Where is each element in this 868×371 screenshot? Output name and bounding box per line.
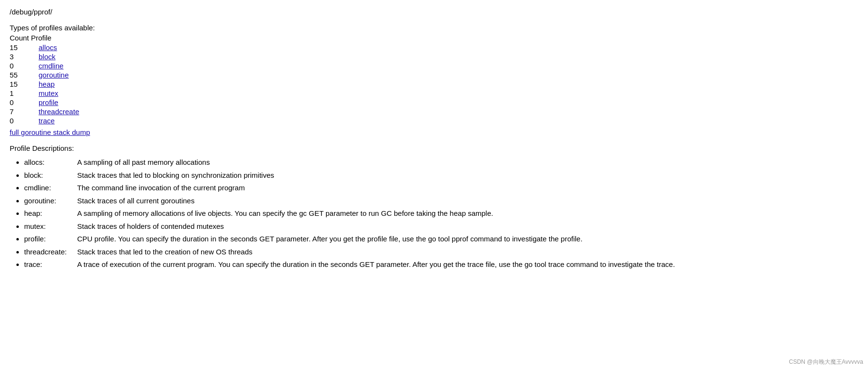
watermark: CSDN @向晚大魔王Avvvvva — [789, 358, 863, 366]
profile-link[interactable]: allocs — [39, 43, 57, 52]
table-header: Count Profile — [10, 34, 858, 42]
list-item: mutex: Stack traces of holders of conten… — [24, 221, 858, 232]
full-goroutine-link[interactable]: full goroutine stack dump — [10, 128, 858, 136]
profile-link[interactable]: threadcreate — [39, 107, 79, 116]
table-row: 1mutex — [10, 89, 79, 98]
table-row: 3block — [10, 52, 79, 61]
profile-link[interactable]: cmdline — [39, 62, 64, 70]
desc-key: allocs: — [24, 157, 77, 168]
profile-count: 55 — [10, 70, 39, 80]
profile-link[interactable]: mutex — [39, 89, 58, 97]
table-row: 7threadcreate — [10, 107, 79, 116]
list-item: trace: A trace of execution of the curre… — [24, 259, 858, 270]
desc-key: cmdline: — [24, 183, 77, 194]
desc-value: Stack traces that led to the creation of… — [77, 248, 253, 256]
types-title: Types of profiles available: — [10, 24, 858, 32]
table-row: 15allocs — [10, 43, 79, 52]
list-item: goroutine: Stack traces of all current g… — [24, 196, 858, 207]
desc-value: A sampling of memory allocations of live… — [77, 209, 493, 217]
list-item: profile: CPU profile. You can specify th… — [24, 234, 858, 245]
desc-key: block: — [24, 170, 77, 181]
profile-count: 1 — [10, 89, 39, 98]
profile-count: 15 — [10, 80, 39, 89]
descriptions-title: Profile Descriptions: — [10, 144, 858, 152]
table-row: 0profile — [10, 98, 79, 107]
desc-key: trace: — [24, 259, 77, 270]
profiles-table: 15allocs3block0cmdline55goroutine15heap1… — [10, 43, 79, 125]
table-row: 0cmdline — [10, 61, 79, 70]
profile-link[interactable]: block — [39, 53, 55, 61]
list-item: heap: A sampling of memory allocations o… — [24, 208, 858, 219]
profile-count: 3 — [10, 52, 39, 61]
table-row: 0trace — [10, 116, 79, 125]
desc-value: Stack traces of all current goroutines — [77, 197, 194, 205]
desc-value: A sampling of all past memory allocation… — [77, 158, 210, 166]
profile-link-cell[interactable]: goroutine — [39, 70, 79, 80]
profile-link-cell[interactable]: block — [39, 52, 79, 61]
table-row: 15heap — [10, 80, 79, 89]
list-item: threadcreate: Stack traces that led to t… — [24, 247, 858, 258]
desc-key: heap: — [24, 208, 77, 219]
profile-link[interactable]: profile — [39, 98, 58, 106]
profile-count: 15 — [10, 43, 39, 52]
profile-link-cell[interactable]: allocs — [39, 43, 79, 52]
desc-key: mutex: — [24, 221, 77, 232]
profile-count: 0 — [10, 116, 39, 125]
list-item: allocs: A sampling of all past memory al… — [24, 157, 858, 168]
profile-count: 0 — [10, 61, 39, 70]
list-item: block: Stack traces that led to blocking… — [24, 170, 858, 181]
profile-link[interactable]: heap — [39, 80, 54, 88]
desc-key: profile: — [24, 234, 77, 245]
profile-count: 0 — [10, 98, 39, 107]
desc-key: goroutine: — [24, 196, 77, 207]
list-item: cmdline: The command line invocation of … — [24, 183, 858, 194]
profile-count: 7 — [10, 107, 39, 116]
desc-value: Stack traces that led to blocking on syn… — [77, 171, 274, 179]
desc-key: threadcreate: — [24, 247, 77, 258]
profile-link[interactable]: trace — [39, 117, 54, 125]
desc-value: Stack traces of holders of contended mut… — [77, 222, 224, 230]
desc-value: CPU profile. You can specify the duratio… — [77, 235, 583, 243]
profile-link-cell[interactable]: mutex — [39, 89, 79, 98]
profile-link-cell[interactable]: trace — [39, 116, 79, 125]
descriptions-list: allocs: A sampling of all past memory al… — [24, 157, 858, 270]
desc-value: The command line invocation of the curre… — [77, 184, 245, 192]
profile-link-cell[interactable]: heap — [39, 80, 79, 89]
profile-link-cell[interactable]: cmdline — [39, 61, 79, 70]
profile-link[interactable]: goroutine — [39, 71, 69, 79]
page-path: /debug/pprof/ — [10, 8, 858, 16]
desc-value: A trace of execution of the current prog… — [77, 260, 675, 268]
profile-link-cell[interactable]: profile — [39, 98, 79, 107]
table-row: 55goroutine — [10, 70, 79, 80]
profile-link-cell[interactable]: threadcreate — [39, 107, 79, 116]
